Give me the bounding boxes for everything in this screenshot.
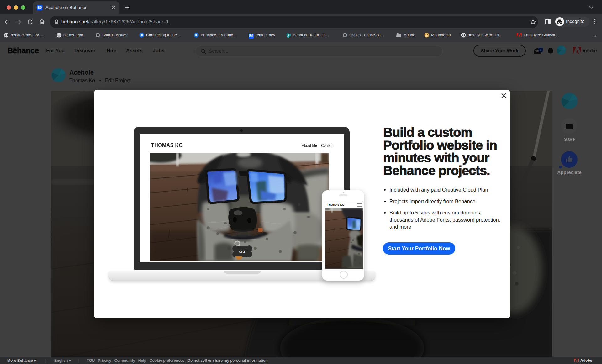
svg-text:S: S: [288, 34, 289, 36]
svg-text:1: 1: [540, 48, 541, 51]
